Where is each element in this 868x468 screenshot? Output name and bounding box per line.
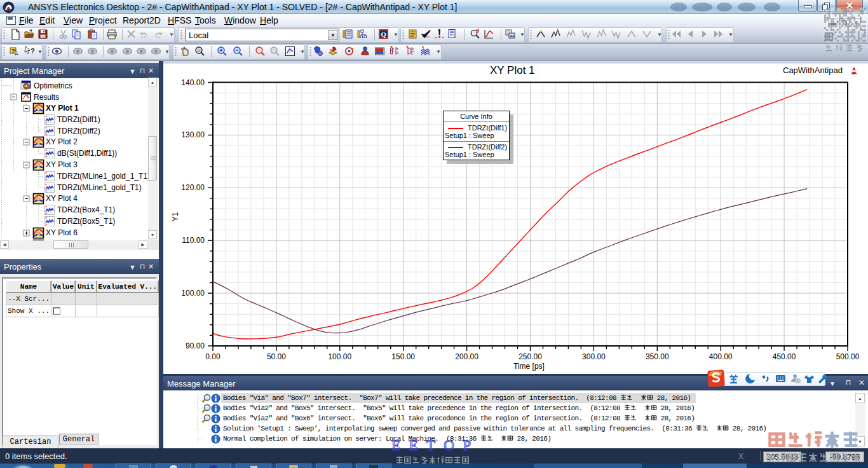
svg-text:6: 6	[797, 379, 799, 383]
